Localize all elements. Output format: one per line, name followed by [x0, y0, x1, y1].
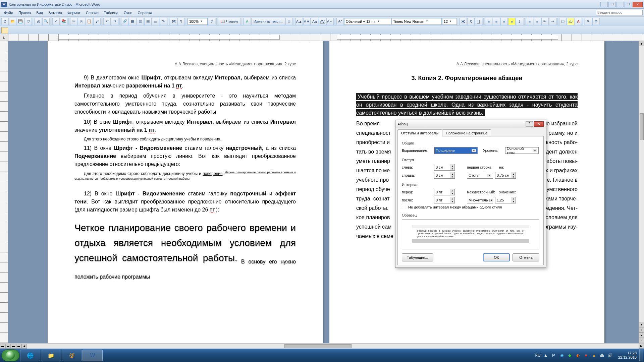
scroll-down-button[interactable]: ▼ [639, 322, 644, 327]
line-spacing-button[interactable]: ‡ [516, 18, 523, 25]
redo-button[interactable]: ↷ [111, 18, 118, 25]
browse-prev-button[interactable]: ≡ [639, 327, 644, 333]
undo-button[interactable]: ↶ [103, 18, 111, 25]
paste-button[interactable]: 📋 [86, 18, 93, 25]
scroll-left-button[interactable]: ◀ [21, 344, 27, 349]
tray-flag-icon[interactable]: 🏳 [551, 353, 556, 358]
vertical-scrollbar[interactable]: ▲ ▼ ≡ ● ≡ [639, 41, 644, 343]
revpane-opt-button[interactable]: ⚙ [592, 18, 600, 25]
columns-button[interactable]: ☰ [152, 18, 159, 25]
tables-button[interactable]: ▦ [129, 18, 136, 25]
no-space-checkbox[interactable] [402, 205, 406, 209]
tab-selector-button[interactable] [1, 27, 8, 33]
tray-app5-icon[interactable]: ▲ [591, 353, 597, 358]
permission-button[interactable]: 🛡 [24, 18, 32, 25]
show-marks-button[interactable]: ¶ [177, 18, 185, 25]
close-button[interactable]: ✕ [633, 2, 643, 7]
inc-indent-button[interactable]: ⇥ [549, 18, 556, 25]
show-desktop-button[interactable] [639, 349, 643, 361]
tab-position[interactable]: Положение на странице [442, 129, 491, 136]
char-scale-button[interactable]: A↔ [326, 18, 334, 25]
numbering-button[interactable]: ≡ [526, 18, 533, 25]
scroll-thumb-v[interactable] [640, 113, 644, 140]
left-indent-input[interactable]: 0 см▲▼ [434, 164, 455, 171]
firstline-by-input[interactable]: 0,75 см▲▼ [495, 172, 516, 179]
font-color-button[interactable]: A [575, 18, 582, 25]
style-combo[interactable]: Обычный + 12 пт,▼ [344, 18, 391, 25]
tray-up-icon[interactable]: ▲ [543, 353, 548, 358]
minimize-button[interactable]: _ [616, 2, 624, 7]
ruler-corner[interactable]: L [0, 34, 8, 41]
horizontal-scrollbar[interactable]: ▬ ▬ ▬ ▬ ◀ ▶ [0, 343, 644, 349]
menu-help[interactable]: Справка [135, 10, 155, 16]
start-button[interactable] [1, 349, 19, 361]
align-center-button[interactable]: ≡ [493, 18, 500, 25]
borders-button[interactable]: ▢ [559, 18, 567, 25]
browse-next-button[interactable]: ≡ [639, 338, 644, 343]
italic-button[interactable]: К [467, 18, 475, 25]
dec-indent-button[interactable]: ⇤ [541, 18, 549, 25]
tabs-button[interactable]: Табуляция... [402, 253, 433, 261]
menu-table[interactable]: Таблица [101, 10, 121, 16]
zoom-combo[interactable]: 100%▼ [187, 18, 208, 25]
dialog-titlebar[interactable]: Абзац ? ✕ [395, 120, 546, 128]
view-normal-button[interactable]: ▬ [0, 344, 5, 349]
bold-button[interactable]: Ж [460, 18, 467, 25]
styles-pane-button[interactable]: A⁴ [336, 18, 344, 25]
align-select[interactable]: По ширине▼ [434, 147, 478, 154]
tray-app1-icon[interactable]: ◉ [559, 353, 565, 358]
docmap-button[interactable]: 🗺 [170, 18, 177, 25]
underline-button[interactable]: Ч [475, 18, 482, 25]
scroll-up-button[interactable]: ▲ [639, 41, 644, 46]
tray-network-icon[interactable]: 🖧 [599, 353, 605, 358]
char-space-button[interactable]: AV [319, 18, 326, 25]
tray-app4-icon[interactable]: ■ [583, 353, 589, 358]
menu-insert[interactable]: Вставка [46, 10, 65, 16]
format-painter-button[interactable]: 🖌 [93, 18, 101, 25]
shrink-font-button[interactable]: A▼ [303, 18, 311, 25]
excel-button[interactable]: ▤ [144, 18, 152, 25]
level-select[interactable]: Основной текст▼ [505, 147, 539, 154]
tray-app3-icon[interactable]: ◐ [575, 353, 581, 358]
help-question-input[interactable] [596, 10, 643, 15]
dialog-close-button[interactable]: ✕ [534, 121, 544, 127]
align-justify-button[interactable]: ≡ [508, 18, 516, 25]
spellcheck-button[interactable]: ✓ [52, 18, 60, 25]
browse-obj-button[interactable]: ● [639, 333, 644, 338]
size-combo[interactable]: 12▼ [442, 18, 457, 25]
ok-button[interactable]: ОК [483, 253, 510, 261]
menu-window[interactable]: Окно [121, 10, 135, 16]
dialog-help-button[interactable]: ? [526, 121, 533, 127]
new-doc-button[interactable]: 🗋 [1, 18, 9, 25]
menu-format[interactable]: Формат [65, 10, 83, 16]
restore-group-button[interactable]: ❐ [608, 2, 616, 7]
drawing-button[interactable]: ✎ [160, 18, 167, 25]
view-outline-button[interactable]: ▬ [16, 344, 21, 349]
menu-tools[interactable]: Сервис [83, 10, 101, 16]
hyperlink-button[interactable]: 🔗 [121, 18, 128, 25]
after-input[interactable]: 0 пт▲▼ [434, 197, 455, 203]
clear-fmt-button[interactable]: ᴬ⃠ [285, 18, 293, 25]
help-button[interactable]: ? [208, 18, 215, 25]
tray-lang[interactable]: RU [535, 353, 540, 358]
tray-app2-icon[interactable]: ◆ [567, 353, 573, 358]
vertical-ruler[interactable] [0, 41, 8, 343]
tab-indents[interactable]: Отступы и интервалы [397, 129, 442, 136]
page-left[interactable]: А.А.Лесиков, специальность «Менеджмент о… [48, 41, 323, 343]
cancel-button[interactable]: Отмена [513, 253, 539, 261]
linesp-val-input[interactable]: 1,25▲▼ [495, 197, 516, 203]
print-preview-button[interactable]: 🔍 [42, 18, 50, 25]
research-button[interactable]: 📚 [60, 18, 67, 25]
firstline-select[interactable]: Отступ▼ [467, 172, 493, 179]
menu-file[interactable]: Файл [1, 10, 16, 16]
restore-button[interactable]: ❐ [625, 2, 632, 7]
align-right-button[interactable]: ≡ [500, 18, 508, 25]
open-button[interactable]: 📂 [9, 18, 16, 25]
menu-edit[interactable]: Правка [16, 10, 34, 16]
save-button[interactable]: 💾 [17, 18, 24, 25]
view-print-button[interactable]: ▬ [11, 344, 16, 349]
change-text-button[interactable]: Изменить текст... [251, 18, 285, 25]
cut-button[interactable]: ✂ [70, 18, 77, 25]
taskbar-ie[interactable]: 🌐 [20, 350, 40, 361]
scroll-right-button[interactable]: ▶ [639, 344, 644, 349]
